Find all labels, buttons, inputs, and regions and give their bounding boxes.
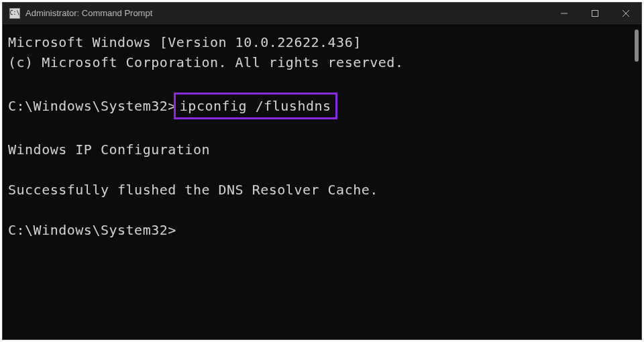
blank-line (8, 200, 636, 220)
titlebar[interactable]: C:\ Administrator: Command Prompt (3, 3, 641, 24)
minimize-icon (561, 10, 568, 17)
command-line-1: C:\Windows\System32>ipconfig /flushdns (8, 93, 636, 119)
window-controls (549, 3, 641, 23)
success-message: Successfully flushed the DNS Resolver Ca… (8, 180, 636, 200)
close-icon (623, 10, 629, 17)
blank-line (8, 119, 636, 139)
window-title: Administrator: Command Prompt (25, 8, 549, 18)
app-icon-text: C:\ (10, 10, 19, 16)
prompt-1: C:\Windows\System32> (8, 96, 176, 116)
svg-rect-1 (592, 10, 598, 16)
maximize-button[interactable] (580, 3, 610, 23)
ip-config-heading: Windows IP Configuration (8, 139, 636, 160)
command-prompt-window: C:\ Administrator: Command Prompt (2, 2, 642, 340)
maximize-icon (592, 10, 598, 17)
blank-line (8, 72, 636, 93)
close-button[interactable] (610, 3, 641, 23)
copyright-line: (c) Microsoft Corporation. All rights re… (8, 52, 636, 72)
scrollbar[interactable] (635, 30, 639, 62)
terminal-output[interactable]: Microsoft Windows [Version 10.0.22622.43… (3, 24, 641, 339)
highlighted-command: ipconfig /flushdns (174, 93, 337, 119)
prompt-2: C:\Windows\System32> (8, 220, 636, 240)
app-icon: C:\ (9, 8, 20, 19)
blank-line (8, 160, 636, 180)
version-line: Microsoft Windows [Version 10.0.22622.43… (8, 32, 636, 52)
minimize-button[interactable] (549, 3, 580, 23)
